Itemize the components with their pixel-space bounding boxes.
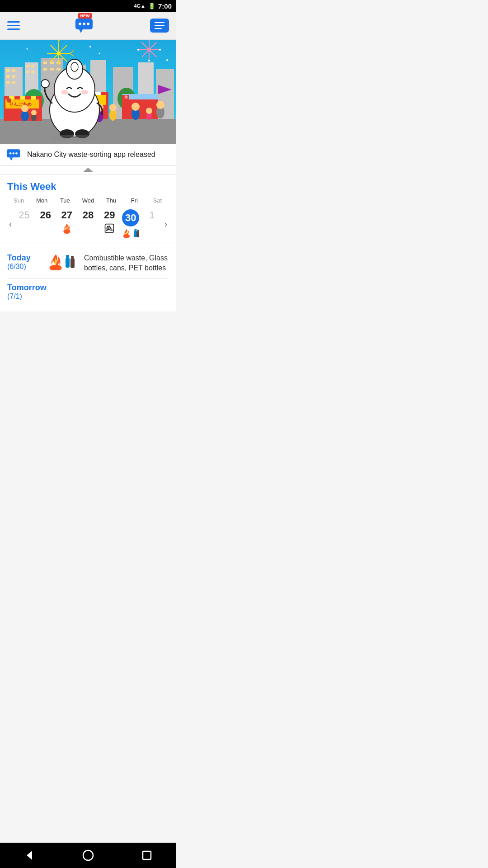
network-indicator: 4G▲ (134, 3, 145, 9)
list-view-button[interactable] (150, 19, 169, 33)
today-schedule-item[interactable]: Today (6/30) Combustible waste, Glass bo… (7, 249, 169, 278)
svg-rect-135 (137, 231, 140, 237)
calendar-day-tue[interactable]: 27 (56, 207, 77, 242)
calendar-day-sun[interactable]: 25 (14, 207, 35, 242)
calendar-day-thu[interactable]: 29 ♻ (99, 207, 120, 242)
bottle-icon-fri (132, 228, 139, 238)
svg-point-84 (71, 62, 78, 71)
collapse-button[interactable] (0, 166, 176, 175)
schedule-section: Today (6/30) Combustible waste, Glass bo… (0, 242, 176, 311)
svg-marker-127 (9, 157, 13, 160)
svg-point-1 (79, 23, 81, 25)
svg-point-117 (148, 60, 150, 61)
svg-point-85 (61, 90, 68, 94)
svg-marker-4 (79, 29, 83, 33)
svg-rect-17 (12, 75, 15, 78)
day-number-29: 29 (104, 209, 115, 221)
notification-button[interactable]: NEW (75, 17, 95, 35)
fire-icon-tue (62, 223, 72, 234)
chevron-up-icon (83, 168, 94, 172)
new-badge: NEW (78, 13, 92, 19)
festival-illustration: りんごあめ ❊ やきそば 氷 (0, 40, 176, 144)
svg-point-80 (146, 108, 152, 114)
day-header-sat: Sat (146, 197, 169, 207)
svg-point-105 (57, 52, 61, 55)
battery-icon: 🔋 (148, 3, 155, 9)
svg-rect-18 (6, 81, 10, 84)
calendar-next-button[interactable]: › (163, 220, 169, 229)
calendar-days-grid: 25 26 27 (14, 207, 163, 242)
news-chat-icon (6, 148, 23, 161)
tomorrow-label: Tomorrow (7, 283, 47, 292)
svg-text:♻: ♻ (106, 225, 112, 232)
svg-point-90 (50, 135, 99, 142)
day-number-25: 25 (19, 209, 29, 221)
recycle-bin-icon-thu: ♻ (104, 223, 115, 234)
today-waste-icons (48, 253, 80, 270)
calendar-prev-button[interactable]: ‹ (7, 220, 14, 229)
nav-bar: NEW (0, 12, 176, 40)
today-date: (6/30) (7, 263, 43, 271)
day-icons-thu: ♻ (104, 223, 115, 234)
chat-bubble-icon (75, 17, 95, 33)
svg-rect-137 (66, 255, 69, 258)
day-icons-tue (62, 223, 72, 234)
day-number-27: 27 (61, 209, 72, 221)
svg-rect-24 (43, 61, 47, 64)
day-number-28: 28 (83, 209, 94, 221)
svg-rect-134 (137, 230, 139, 231)
calendar-day-fri[interactable]: 30 (120, 207, 141, 242)
status-bar: 4G▲ 🔋 7:00 (0, 0, 176, 12)
svg-point-78 (156, 101, 164, 109)
svg-rect-22 (26, 71, 29, 73)
calendar-day-mon[interactable]: 26 (35, 207, 56, 242)
svg-rect-14 (6, 69, 10, 72)
svg-point-2 (83, 23, 85, 25)
svg-text:りんごあめ: りんごあめ (9, 102, 32, 107)
calendar-section: This Week Sun Mon Tue Wed Thu Fri Sat ‹ … (0, 175, 176, 242)
svg-point-114 (148, 48, 151, 52)
banner-image: りんごあめ ❊ やきそば 氷 (0, 40, 176, 144)
svg-rect-15 (12, 69, 15, 72)
svg-rect-20 (26, 65, 29, 67)
tomorrow-date: (7/1) (7, 292, 47, 301)
today-fire-icon (48, 253, 63, 270)
svg-rect-132 (135, 229, 137, 231)
svg-point-76 (131, 103, 140, 111)
day-header-sun: Sun (7, 197, 30, 207)
svg-rect-27 (43, 68, 47, 71)
svg-rect-16 (6, 75, 10, 78)
today-bottle-icon (65, 254, 78, 270)
svg-point-70 (31, 110, 37, 115)
day-header-fri: Fri (123, 197, 146, 207)
tomorrow-schedule-item[interactable]: Tomorrow (7/1) (7, 278, 169, 305)
svg-rect-21 (31, 65, 34, 67)
svg-point-116 (159, 49, 161, 51)
tomorrow-label-group: Tomorrow (7/1) (7, 283, 47, 301)
calendar-day-wed[interactable]: 28 (77, 207, 99, 242)
svg-point-121 (27, 48, 28, 50)
svg-rect-65 (129, 95, 158, 99)
day-icons-fri (122, 228, 139, 238)
svg-point-118 (137, 49, 139, 51)
day-number-1: 1 (149, 209, 155, 221)
svg-rect-23 (31, 71, 34, 73)
svg-point-124 (9, 152, 12, 155)
calendar-day-sat[interactable]: 1 (141, 207, 163, 242)
svg-rect-29 (56, 68, 61, 71)
fire-icon-fri (122, 228, 131, 238)
svg-point-136 (49, 265, 61, 270)
svg-rect-139 (71, 256, 74, 258)
day-number-26: 26 (40, 209, 51, 221)
svg-rect-19 (12, 81, 15, 84)
svg-rect-140 (70, 258, 75, 268)
svg-point-122 (166, 59, 168, 61)
hamburger-menu-button[interactable] (7, 21, 20, 30)
svg-point-3 (87, 23, 89, 25)
clock: 7:00 (158, 2, 172, 10)
svg-rect-28 (50, 68, 54, 71)
svg-text:氷: 氷 (124, 95, 128, 99)
day-header-tue: Tue (53, 197, 76, 207)
svg-point-86 (81, 90, 88, 94)
news-bar: Nakano City waste-sorting app released (0, 144, 176, 166)
